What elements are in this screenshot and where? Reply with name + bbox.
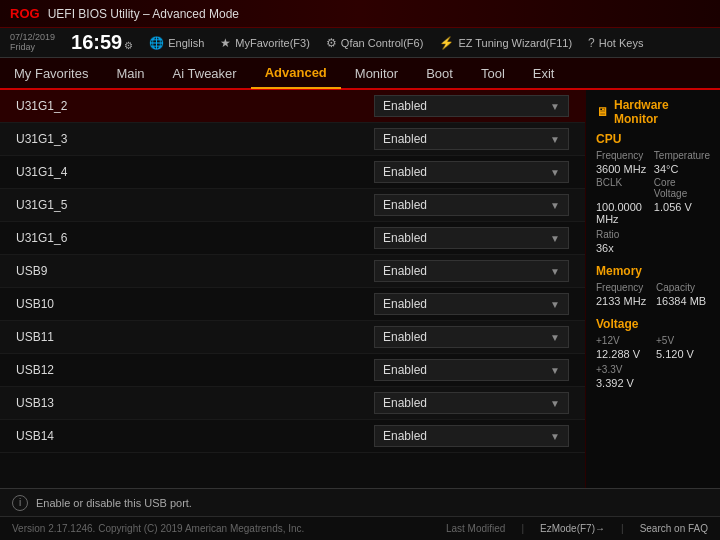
ez-mode-button[interactable]: EzMode(F7)→	[540, 523, 605, 534]
last-modified-label: Last Modified	[446, 523, 505, 534]
row-label-usb11: USB11	[16, 330, 374, 344]
row-value-usb13[interactable]: Enabled▼	[374, 392, 569, 414]
dropdown-arrow-u31g1_3: ▼	[550, 134, 560, 145]
hotkeys-icon: ?	[588, 36, 595, 50]
voltage-title: Voltage	[596, 317, 710, 331]
voltage-section: Voltage +12V +5V 12.288 V 5.120 V +3.3V …	[596, 317, 710, 389]
row-value-text-u31g1_5: Enabled	[383, 198, 427, 212]
v5-label: +5V	[656, 335, 710, 346]
row-value-u31g1_5[interactable]: Enabled▼	[374, 194, 569, 216]
bios-row-usb10[interactable]: USB10Enabled▼	[0, 288, 585, 321]
row-label-u31g1_3: U31G1_3	[16, 132, 374, 146]
dropdown-arrow-usb9: ▼	[550, 266, 560, 277]
bios-row-u31g1_5[interactable]: U31G1_5Enabled▼	[0, 189, 585, 222]
nav-tool[interactable]: Tool	[467, 57, 519, 89]
bios-row-usb9[interactable]: USB9Enabled▼	[0, 255, 585, 288]
nav-my-favorites[interactable]: My Favorites	[0, 57, 102, 89]
v33-value: 3.392 V	[596, 377, 710, 389]
eztuning-label: EZ Tuning Wizard(F11)	[458, 37, 572, 49]
cpu-bclk-value: 100.0000 MHz	[596, 201, 648, 225]
myfavorite-item[interactable]: ★ MyFavorite(F3)	[220, 36, 310, 50]
dropdown-arrow-u31g1_4: ▼	[550, 167, 560, 178]
nav-boot[interactable]: Boot	[412, 57, 467, 89]
dropdown-arrow-usb14: ▼	[550, 431, 560, 442]
monitor-icon: 🖥	[596, 105, 608, 119]
nav-main[interactable]: Main	[102, 57, 158, 89]
bios-row-usb12[interactable]: USB12Enabled▼	[0, 354, 585, 387]
memory-title: Memory	[596, 264, 710, 278]
cpu-ratio-label: Ratio	[596, 229, 710, 240]
row-value-text-u31g1_2: Enabled	[383, 99, 427, 113]
datetime-block: 07/12/2019 Friday	[10, 33, 55, 53]
cpu-freq-label: Frequency	[596, 150, 648, 161]
bios-row-u31g1_4[interactable]: U31G1_4Enabled▼	[0, 156, 585, 189]
row-value-usb9[interactable]: Enabled▼	[374, 260, 569, 282]
status-message: Enable or disable this USB port.	[36, 497, 192, 509]
row-value-u31g1_4[interactable]: Enabled▼	[374, 161, 569, 183]
qfan-label: Qfan Control(F6)	[341, 37, 424, 49]
cpu-corevoltage-value: 1.056 V	[654, 201, 710, 225]
info-bar: 07/12/2019 Friday 16:59 ⚙ 🌐 English ★ My…	[0, 28, 720, 58]
v5-value: 5.120 V	[656, 348, 710, 360]
row-value-text-u31g1_4: Enabled	[383, 165, 427, 179]
footer: Version 2.17.1246. Copyright (C) 2019 Am…	[0, 516, 720, 540]
dropdown-arrow-u31g1_2: ▼	[550, 101, 560, 112]
row-value-u31g1_2[interactable]: Enabled▼	[374, 95, 569, 117]
bios-row-u31g1_2[interactable]: U31G1_2Enabled▼	[0, 90, 585, 123]
cpu-title: CPU	[596, 132, 710, 146]
eztuning-item[interactable]: ⚡ EZ Tuning Wizard(F11)	[439, 36, 572, 50]
bios-row-usb11[interactable]: USB11Enabled▼	[0, 321, 585, 354]
row-value-usb12[interactable]: Enabled▼	[374, 359, 569, 381]
separator2: |	[621, 523, 624, 534]
row-value-usb10[interactable]: Enabled▼	[374, 293, 569, 315]
footer-actions: Last Modified | EzMode(F7)→ | Search on …	[446, 523, 708, 534]
search-faq-button[interactable]: Search on FAQ	[640, 523, 708, 534]
hotkeys-item[interactable]: ? Hot Keys	[588, 36, 643, 50]
content-area[interactable]: U31G1_2Enabled▼U31G1_3Enabled▼U31G1_4Ena…	[0, 90, 585, 488]
eztuning-icon: ⚡	[439, 36, 454, 50]
row-value-usb11[interactable]: Enabled▼	[374, 326, 569, 348]
bios-title: UEFI BIOS Utility – Advanced Mode	[48, 7, 239, 21]
nav-advanced[interactable]: Advanced	[251, 57, 341, 89]
nav-monitor[interactable]: Monitor	[341, 57, 412, 89]
language-icon: 🌐	[149, 36, 164, 50]
row-label-usb14: USB14	[16, 429, 374, 443]
bios-row-u31g1_3[interactable]: U31G1_3Enabled▼	[0, 123, 585, 156]
dropdown-arrow-usb13: ▼	[550, 398, 560, 409]
row-label-u31g1_2: U31G1_2	[16, 99, 374, 113]
cpu-corevoltage-label: Core Voltage	[654, 177, 710, 199]
time-gear-icon[interactable]: ⚙	[124, 40, 133, 51]
hotkeys-label: Hot Keys	[599, 37, 644, 49]
myfavorite-icon: ★	[220, 36, 231, 50]
qfan-icon: ⚙	[326, 36, 337, 50]
row-value-text-usb9: Enabled	[383, 264, 427, 278]
main-layout: U31G1_2Enabled▼U31G1_3Enabled▼U31G1_4Ena…	[0, 90, 720, 488]
date-line2: Friday	[10, 43, 55, 53]
qfan-item[interactable]: ⚙ Qfan Control(F6)	[326, 36, 424, 50]
cpu-temp-value: 34°C	[654, 163, 710, 175]
cpu-freq-value: 3600 MHz	[596, 163, 648, 175]
bios-row-u31g1_6[interactable]: U31G1_6Enabled▼	[0, 222, 585, 255]
row-value-text-usb10: Enabled	[383, 297, 427, 311]
cpu-temp-label: Temperature	[654, 150, 710, 161]
nav-exit[interactable]: Exit	[519, 57, 569, 89]
bios-row-usb13[interactable]: USB13Enabled▼	[0, 387, 585, 420]
language-item[interactable]: 🌐 English	[149, 36, 204, 50]
memory-grid: Frequency Capacity 2133 MHz 16384 MB	[596, 282, 710, 307]
dropdown-arrow-u31g1_5: ▼	[550, 200, 560, 211]
row-value-u31g1_3[interactable]: Enabled▼	[374, 128, 569, 150]
memory-section: Memory Frequency Capacity 2133 MHz 16384…	[596, 264, 710, 307]
info-icon: i	[12, 495, 28, 511]
title-bar: ROG UEFI BIOS Utility – Advanced Mode	[0, 0, 720, 28]
row-value-text-usb14: Enabled	[383, 429, 427, 443]
nav-ai-tweaker[interactable]: Ai Tweaker	[159, 57, 251, 89]
cpu-bclk-label: BCLK	[596, 177, 648, 199]
bios-row-usb14[interactable]: USB14Enabled▼	[0, 420, 585, 453]
row-value-usb14[interactable]: Enabled▼	[374, 425, 569, 447]
row-value-text-usb12: Enabled	[383, 363, 427, 377]
row-label-u31g1_5: U31G1_5	[16, 198, 374, 212]
dropdown-arrow-usb10: ▼	[550, 299, 560, 310]
voltage-grid: +12V +5V 12.288 V 5.120 V	[596, 335, 710, 360]
dropdown-arrow-u31g1_6: ▼	[550, 233, 560, 244]
row-value-u31g1_6[interactable]: Enabled▼	[374, 227, 569, 249]
